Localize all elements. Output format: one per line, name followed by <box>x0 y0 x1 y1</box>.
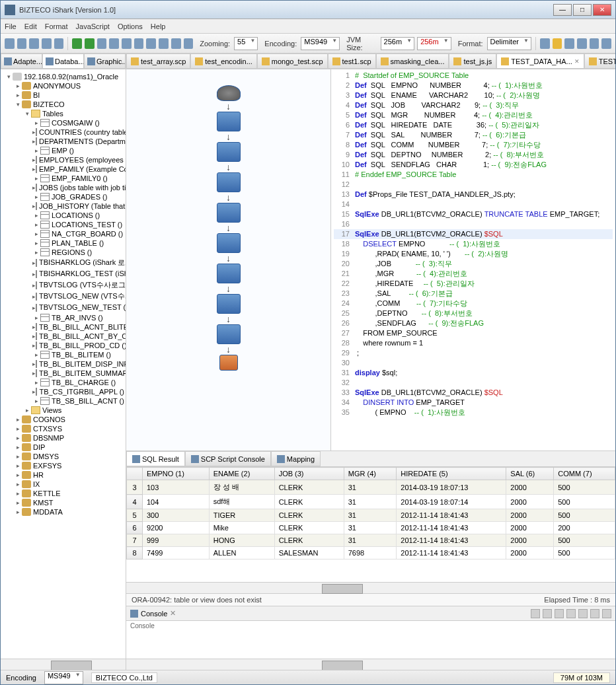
code-line[interactable]: 30 <box>334 358 613 368</box>
print-icon[interactable] <box>54 38 64 49</box>
t12-icon[interactable] <box>590 38 599 49</box>
side-tab-graphic[interactable]: Graphic... <box>84 54 126 69</box>
tree-schema[interactable]: ▸DIP <box>2 443 124 452</box>
tree-table[interactable]: ▸TBVTSLOG (VTS수사로그) <box>2 279 124 291</box>
flow-node[interactable] <box>217 324 241 344</box>
open-icon[interactable] <box>17 38 27 49</box>
tree-schema[interactable]: ▸EXFSYS <box>2 461 124 470</box>
col-header[interactable]: EMPNO (1) <box>143 468 210 480</box>
tree-schema[interactable]: ▸COGNOS <box>2 415 124 424</box>
code-line[interactable]: 16 <box>334 219 613 229</box>
col-header[interactable]: ENAME (2) <box>209 468 274 480</box>
code-line[interactable]: 5Def SQL MGR NUMBER 4; -- ( 4):관리번호 <box>334 110 613 120</box>
grid-hscroll[interactable] <box>126 582 615 593</box>
code-line[interactable]: 22 ,HIREDATE -- ( 5):관리일자 <box>334 279 613 289</box>
editor-tab[interactable]: test_encodin... <box>190 54 257 69</box>
code-line[interactable]: 31display $sql; <box>334 368 613 378</box>
tree-table[interactable]: ▸JOB_GRADES () <box>2 192 124 201</box>
code-line[interactable]: 29 ; <box>334 348 613 358</box>
tree-table[interactable]: ▸EMP_FAMILY (Example Comm <box>2 164 124 174</box>
console-tool2-icon[interactable] <box>543 609 552 618</box>
code-line[interactable]: 21 ,MGR -- ( 4):관리번호 <box>334 269 613 279</box>
menu-javascript[interactable]: JavaScript <box>76 22 110 30</box>
console-tool1-icon[interactable] <box>531 609 540 618</box>
tree-table[interactable]: ▸COSMGAIW () <box>2 118 124 127</box>
tree-table[interactable]: ▸EMP () <box>2 146 124 155</box>
table-row[interactable]: 87499ALLENSALESMAN76982012-11-14 18:41:4… <box>127 547 615 559</box>
code-line[interactable]: 25 ,DEPTNO -- ( 8):부서번호 <box>334 308 613 318</box>
console-max-icon[interactable] <box>602 609 611 618</box>
tree-table[interactable]: ▸PLAN_TABLE () <box>2 238 124 248</box>
tree-table[interactable]: ▸TB_BL_BILL_PROD_CD () <box>2 341 124 350</box>
tool5-icon[interactable] <box>159 38 169 49</box>
result-grid[interactable]: EMPNO (1)ENAME (2)JOB (3)MGR (4)HIREDATE… <box>126 467 615 582</box>
tree-table[interactable]: ▸TBVTSLOG_NEW (VTS수사로그 <box>2 291 124 302</box>
code-line[interactable]: 28 where rownum = 1 <box>334 338 613 348</box>
tree-schema[interactable]: ▸CTXSYS <box>2 424 124 433</box>
col-header[interactable]: COMM (7) <box>554 468 615 480</box>
t8-icon[interactable] <box>540 38 550 49</box>
code-line[interactable]: 11# Enddef EMP_SOURCE Table <box>334 170 613 180</box>
tree-table[interactable]: ▸TBISHARKLOG (iShark 로그) <box>2 257 124 268</box>
t10-icon[interactable] <box>564 38 574 49</box>
t13-icon[interactable] <box>601 38 611 49</box>
flow-node[interactable] <box>217 233 241 253</box>
tree-table[interactable]: ▸EMPLOYEES (employees table. <box>2 155 124 164</box>
code-line[interactable]: 3Def SQL ENAME VARCHAR2 10; -- ( 2):사원명 <box>334 90 613 100</box>
col-header[interactable]: MGR (4) <box>344 468 397 480</box>
status-memory[interactable]: 79M of 103M <box>553 672 610 683</box>
stop-icon[interactable] <box>97 38 107 49</box>
console-tool4-icon[interactable] <box>566 609 576 618</box>
code-line[interactable]: 32 <box>334 378 613 388</box>
jvm-select1[interactable]: 256m <box>381 37 415 50</box>
flow-node[interactable] <box>217 203 241 223</box>
tree-schema-open[interactable]: ▾BIZTECO <box>2 100 124 109</box>
tool2-icon[interactable] <box>122 38 132 49</box>
code-line[interactable]: 35 ( EMPNO -- ( 1):사원번호 <box>334 408 613 417</box>
menu-file[interactable]: File <box>5 22 17 30</box>
tool1-icon[interactable] <box>109 38 119 49</box>
code-line[interactable]: 27 FROM EMP_SOURCE <box>334 328 613 338</box>
side-tab-adapter[interactable]: Adapte... <box>1 54 42 69</box>
code-line[interactable]: 7Def SQL SAL NUMBER 7; -- ( 6):기본급 <box>334 130 613 140</box>
sidebar-hscroll[interactable] <box>1 659 126 670</box>
tree-table[interactable]: ▸TB_BL_BLITEM_SUMMARY () <box>2 369 124 378</box>
t9-icon[interactable] <box>553 38 562 49</box>
tree-table[interactable]: ▸DEPARTMENTS (Departments <box>2 137 124 146</box>
table-row[interactable]: 7999HONGCLERK312012-11-14 18:41:43200050… <box>127 534 615 547</box>
table-row[interactable]: 4104sdf해CLERK312014-03-19 18:07:14200050… <box>127 495 615 509</box>
maximize-button[interactable]: □ <box>573 4 592 16</box>
content-hscroll[interactable] <box>126 659 615 670</box>
console-min-icon[interactable] <box>590 609 599 618</box>
debug-icon[interactable] <box>85 38 95 49</box>
tree-table[interactable]: ▸NA_CTGR_BOARD () <box>2 229 124 238</box>
tab-sql-result[interactable]: SQL Result <box>126 451 185 466</box>
tree-schema[interactable]: ▸DMSYS <box>2 452 124 461</box>
col-header[interactable]: JOB (3) <box>274 468 344 480</box>
flow-node[interactable] <box>217 264 241 283</box>
code-line[interactable]: 4Def SQL JOB VARCHAR2 9; -- ( 3):직무 <box>334 100 613 110</box>
tree-schema[interactable]: ▸IX <box>2 480 124 489</box>
tree-table[interactable]: ▸TB_CS_ITGRBIL_APPL () <box>2 387 124 396</box>
table-row[interactable]: 69200MikeCLERK312012-11-14 18:41:4320002… <box>127 522 615 534</box>
console-tab[interactable]: Console <box>141 610 167 618</box>
tree-table[interactable]: ▸TB_BL_BILL_ACNT_BY_CHRG () <box>2 332 124 341</box>
close-button[interactable]: ✕ <box>593 4 611 16</box>
tool7-icon[interactable] <box>184 38 194 49</box>
minimize-button[interactable]: — <box>553 4 572 16</box>
code-line[interactable]: 18 DSELECT EMPNO -- ( 1):사원번호 <box>334 239 613 249</box>
code-line[interactable]: 34 DINSERT INTO EMP_TARGET <box>334 398 613 408</box>
tree-table[interactable]: ▸COUNTRIES (country table. Co <box>2 127 124 137</box>
tree-table[interactable]: ▸TB_SB_BILL_ACNT () <box>2 396 124 406</box>
tool6-icon[interactable] <box>171 38 181 49</box>
table-row[interactable]: 5300TIGERCLERK312012-11-14 18:41:4320005… <box>127 509 615 522</box>
code-line[interactable]: 20 ,JOB -- ( 3):직무 <box>334 259 613 269</box>
code-line[interactable]: 26 ,SENDFLAG -- ( 9):전송FLAG <box>334 318 613 328</box>
editor-tab[interactable]: test1.scp <box>328 54 376 69</box>
console-tool3-icon[interactable] <box>555 609 564 618</box>
code-line[interactable]: 10Def SQL SENDFLAG CHAR 1; -- ( 9):전송FLA… <box>334 160 613 170</box>
save-icon[interactable] <box>29 38 39 49</box>
code-editor[interactable]: 1# Startdef of EMP_SOURCE Table2Def SQL … <box>331 69 615 451</box>
code-line[interactable]: 24 ,COMM -- ( 7):기타수당 <box>334 299 613 308</box>
table-row[interactable]: 3103장 성 배CLERK312014-03-19 18:07:1320005… <box>127 480 615 495</box>
